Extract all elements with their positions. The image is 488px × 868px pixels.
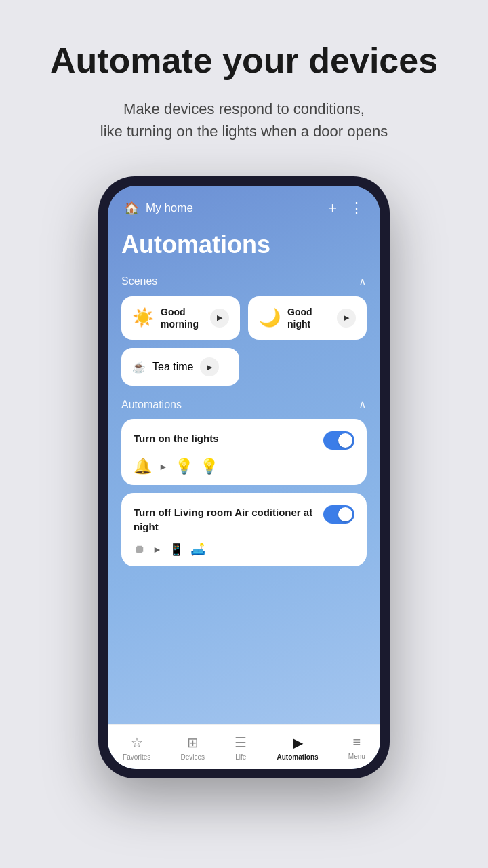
lights-action-icon-2: 💡 xyxy=(200,458,218,475)
night-label: Good night xyxy=(287,306,330,330)
nav-automations[interactable]: ▶ Automations xyxy=(269,732,327,764)
automations-icon: ▶ xyxy=(293,734,303,751)
page-title: Automate your devices xyxy=(50,41,438,81)
page-subtitle: Make devices respond to conditions,like … xyxy=(100,98,388,142)
more-button[interactable]: ⋮ xyxy=(349,199,364,217)
morning-play-button[interactable]: ▶ xyxy=(210,309,229,328)
bottom-navigation: ☆ Favorites ⊞ Devices ☰ Life ▶ Automatio… xyxy=(108,724,380,769)
scene-card-night[interactable]: 🌙 Good night ▶ xyxy=(248,296,367,340)
automation-card-lights[interactable]: Turn on the lights 🔔 ► 💡 💡 xyxy=(121,419,367,485)
automation-ac-header: Turn off Living room Air coditioner at n… xyxy=(134,505,354,534)
scenes-top-row: ☀️ Good morning ▶ 🌙 Good night ▶ xyxy=(121,296,367,340)
nav-favorites[interactable]: ☆ Favorites xyxy=(115,732,159,764)
morning-label: Good morning xyxy=(161,306,203,330)
favorites-icon: ☆ xyxy=(131,734,143,751)
phone-screen: 🏠 My home + ⋮ Automations Scenes ∧ ☀️ Go… xyxy=(108,186,380,769)
lights-trigger-icon: 🔔 xyxy=(134,458,152,475)
automations-heading: Automations xyxy=(121,231,367,259)
automation-ac-toggle[interactable] xyxy=(323,505,354,524)
phone-mockup: 🏠 My home + ⋮ Automations Scenes ∧ ☀️ Go… xyxy=(98,176,390,778)
automations-label: Automations xyxy=(121,399,182,411)
scenes-chevron-icon[interactable]: ∧ xyxy=(359,275,367,288)
home-icon: 🏠 xyxy=(124,201,139,216)
scene-card-teatime[interactable]: ☕ Tea time ▶ xyxy=(121,348,239,386)
teatime-play-button[interactable]: ▶ xyxy=(200,357,219,376)
automation-lights-title: Turn on the lights xyxy=(134,431,317,446)
scene-card-morning[interactable]: ☀️ Good morning ▶ xyxy=(121,296,240,340)
menu-icon: ≡ xyxy=(353,734,361,750)
automations-section-header: Automations ∧ xyxy=(121,398,367,411)
automations-chevron-icon[interactable]: ∧ xyxy=(359,398,367,411)
lights-action-icon-1: 💡 xyxy=(175,458,193,475)
life-label: Life xyxy=(235,753,246,761)
automation-lights-toggle[interactable] xyxy=(323,431,354,450)
ac-trigger-icon: ⏺ xyxy=(134,542,146,557)
automation-card-ac[interactable]: Turn off Living room Air coditioner at n… xyxy=(121,493,367,566)
automation-ac-flow: ⏺ ► 📱 🛋️ xyxy=(134,542,354,557)
add-button[interactable]: + xyxy=(328,199,337,217)
favorites-label: Favorites xyxy=(123,753,150,761)
home-label: My home xyxy=(146,201,193,215)
scenes-label: Scenes xyxy=(121,275,157,288)
home-nav[interactable]: 🏠 My home xyxy=(124,201,193,216)
teatime-label: Tea time xyxy=(152,361,193,373)
content-area: Automations Scenes ∧ ☀️ Good morning ▶ 🌙… xyxy=(108,224,380,724)
devices-icon: ⊞ xyxy=(187,734,199,751)
teatime-icon: ☕ xyxy=(132,361,146,374)
automation-ac-title: Turn off Living room Air coditioner at n… xyxy=(134,505,317,534)
devices-label: Devices xyxy=(180,753,205,761)
scenes-section-header: Scenes ∧ xyxy=(121,275,367,288)
automation-lights-header: Turn on the lights xyxy=(134,431,354,450)
night-icon: 🌙 xyxy=(259,307,281,328)
nav-life[interactable]: ☰ Life xyxy=(226,732,255,764)
top-bar-actions: + ⋮ xyxy=(328,199,364,217)
ac-arrow-icon: ► xyxy=(152,544,162,555)
automations-nav-label: Automations xyxy=(277,753,319,761)
automations-section: Automations ∧ Turn on the lights 🔔 ► 💡 💡 xyxy=(121,398,367,566)
ac-action-icon-1: 📱 xyxy=(169,542,184,557)
automation-lights-flow: 🔔 ► 💡 💡 xyxy=(134,458,354,475)
menu-label: Menu xyxy=(348,753,365,760)
nav-devices[interactable]: ⊞ Devices xyxy=(172,732,213,764)
morning-icon: ☀️ xyxy=(132,307,154,328)
life-icon: ☰ xyxy=(235,734,247,751)
nav-menu[interactable]: ≡ Menu xyxy=(340,732,373,763)
top-bar: 🏠 My home + ⋮ xyxy=(108,186,380,224)
ac-action-icon-2: 🛋️ xyxy=(190,542,205,557)
night-play-button[interactable]: ▶ xyxy=(337,309,356,328)
lights-arrow-icon: ► xyxy=(159,461,168,472)
